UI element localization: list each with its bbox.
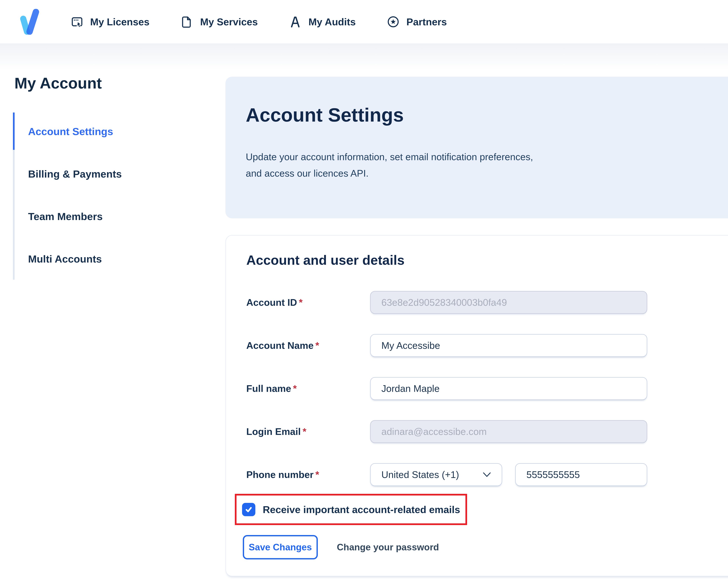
page-description: Update your account information, set ema… [246, 149, 533, 182]
audits-icon [289, 16, 301, 28]
required-asterisk: * [315, 469, 319, 480]
phone-number-input[interactable] [515, 463, 647, 486]
field-label: Account ID* [246, 291, 303, 314]
nav-item-my-audits[interactable]: My Audits [289, 16, 356, 28]
sidebar-title: My Account [15, 74, 102, 92]
email-optin-checkbox[interactable] [242, 503, 255, 516]
form-row-login-email: Login Email* adinara@accessibe.com [226, 420, 728, 443]
navbar-shadow [0, 44, 728, 70]
nav-item-label: My Licenses [90, 16, 150, 28]
field-label: Login Email* [246, 420, 306, 443]
account-name-input[interactable] [370, 334, 647, 357]
country-code-value: United States (+1) [381, 469, 459, 480]
email-optin-label: Receive important account-related emails [263, 504, 460, 515]
account-settings-page: My Licenses My Services My Audits [0, 0, 728, 579]
check-icon [245, 505, 253, 514]
required-asterisk: * [303, 426, 306, 437]
full-name-input[interactable] [370, 377, 647, 400]
nav-item-my-licenses[interactable]: My Licenses [71, 16, 150, 28]
sidebar-item-account-settings[interactable]: Account Settings [28, 110, 122, 153]
top-navbar: My Licenses My Services My Audits [0, 0, 728, 44]
partners-icon [387, 16, 399, 28]
form-row-account-id: Account ID* 63e8e2d90528340003b0fa49 [226, 291, 728, 314]
licenses-icon [71, 16, 83, 28]
nav-item-partners[interactable]: Partners [387, 16, 447, 28]
nav-menu: My Licenses My Services My Audits [71, 0, 447, 44]
field-label: Full name* [246, 377, 297, 400]
form-row-full-name: Full name* [226, 377, 728, 400]
nav-item-label: Partners [406, 16, 447, 28]
sidebar-menu: Account Settings Billing & Payments Team… [28, 110, 122, 280]
sidebar-item-team-members[interactable]: Team Members [28, 195, 122, 238]
form-row-phone: Phone number* United States (+1) [226, 463, 728, 486]
sidebar-item-multi-accounts[interactable]: Multi Accounts [28, 238, 122, 280]
login-email-field: adinara@accessibe.com [370, 420, 647, 443]
required-asterisk: * [299, 297, 303, 308]
nav-item-label: My Services [200, 16, 258, 28]
sidebar-active-indicator [13, 112, 15, 150]
account-details-card: Account and user details Account ID* 63e… [226, 235, 728, 576]
save-changes-button[interactable]: Save Changes [243, 535, 318, 559]
required-asterisk: * [315, 340, 319, 351]
page-header-card: Account Settings Update your account inf… [226, 77, 728, 218]
field-label: Phone number* [246, 463, 319, 486]
account-id-field: 63e8e2d90528340003b0fa49 [370, 291, 647, 314]
page-description-line1: Update your account information, set ema… [246, 149, 533, 165]
form-row-account-name: Account Name* [226, 334, 728, 357]
page-description-line2: and access our licences API. [246, 165, 533, 182]
brand-logo-icon[interactable] [16, 9, 43, 35]
required-asterisk: * [293, 383, 297, 394]
change-password-link[interactable]: Change your password [337, 535, 439, 559]
nav-item-my-services[interactable]: My Services [181, 16, 258, 28]
red-annotation-box: Receive important account-related emails [235, 494, 467, 525]
page-title: Account Settings [246, 104, 404, 126]
sidebar-item-billing-payments[interactable]: Billing & Payments [28, 153, 122, 195]
field-label: Account Name* [246, 334, 319, 357]
country-code-select[interactable]: United States (+1) [370, 463, 502, 486]
chevron-down-icon [483, 472, 491, 477]
nav-item-label: My Audits [308, 16, 356, 28]
section-title: Account and user details [246, 253, 405, 268]
services-icon [181, 16, 193, 28]
